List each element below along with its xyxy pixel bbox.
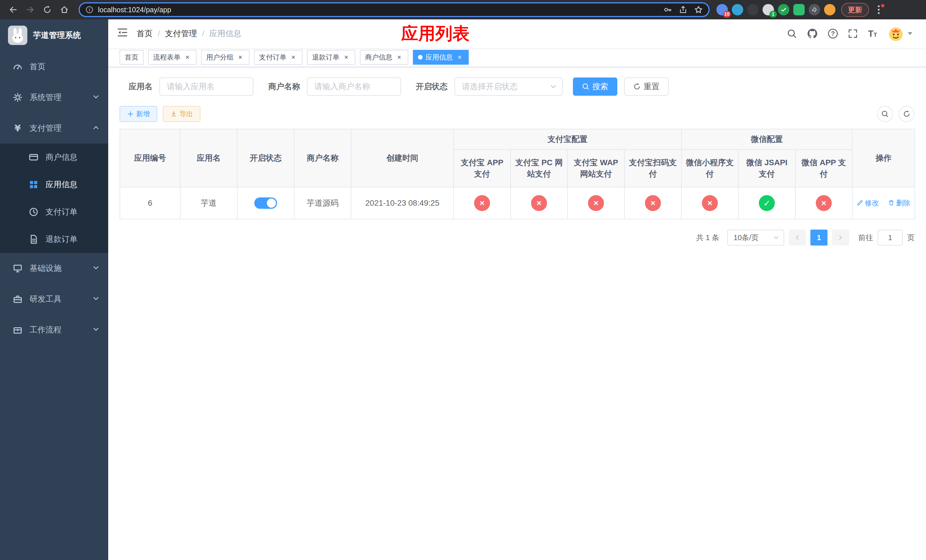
- share-icon[interactable]: [679, 5, 687, 14]
- extension-icon[interactable]: [793, 4, 805, 15]
- tab-user-group[interactable]: 用户分组 ×: [201, 50, 250, 65]
- app-table: 应用编号 应用名 开启状态 商户名称 创建时间 支付宝配置 微信配置 操作 支付…: [120, 129, 915, 219]
- fullscreen-icon[interactable]: [848, 29, 858, 38]
- browser-forward-button[interactable]: [23, 2, 38, 17]
- close-icon[interactable]: ×: [455, 53, 464, 61]
- help-icon[interactable]: ?: [828, 29, 838, 38]
- refresh-table-button[interactable]: [899, 106, 915, 122]
- reset-button[interactable]: 重置: [624, 77, 669, 96]
- home-icon: [60, 5, 69, 14]
- sidebar: 芋道管理系统 首页 系统管理 ¥ 支付管理: [0, 20, 108, 560]
- sidebar-item-system[interactable]: 系统管理: [0, 82, 108, 113]
- status-select[interactable]: 请选择开启状态: [454, 77, 563, 96]
- table-tools: [877, 106, 915, 122]
- extension-icon[interactable]: [747, 4, 758, 15]
- sidebar-logo[interactable]: 芋道管理系统: [0, 20, 108, 51]
- extension-icon[interactable]: [732, 4, 743, 15]
- breadcrumb: 首页 / 支付管理 / 应用信息: [137, 28, 242, 39]
- cell-wechat-lite: ×: [681, 187, 738, 219]
- search-icon[interactable]: [787, 29, 797, 38]
- browser-update-button[interactable]: 更新: [841, 3, 869, 17]
- tab-home[interactable]: 首页: [120, 50, 144, 65]
- extension-icon[interactable]: [824, 4, 835, 15]
- search-button-label: 搜索: [592, 81, 608, 92]
- app-name-input[interactable]: [159, 77, 253, 96]
- address-bar[interactable]: localhost:1024/pay/app: [79, 2, 710, 17]
- sidebar-item-label: 基础设施: [30, 263, 62, 274]
- extension-icon[interactable]: 1: [763, 4, 774, 15]
- question-glyph: ?: [831, 30, 835, 37]
- tab-app-info[interactable]: 应用信息 ×: [413, 50, 469, 65]
- sidebar-item-refund-orders[interactable]: 退款订单: [0, 226, 108, 253]
- add-button-label: 新增: [136, 109, 150, 118]
- goto-prefix: 前往: [858, 233, 873, 243]
- sidebar-item-app-info[interactable]: 应用信息: [0, 171, 108, 198]
- url-text[interactable]: localhost:1024/pay/app: [98, 6, 663, 14]
- close-icon[interactable]: ×: [395, 53, 403, 61]
- browser-reload-button[interactable]: [40, 2, 54, 17]
- sidebar-item-dev-tools[interactable]: 研发工具: [0, 284, 108, 315]
- main-area: 首页 / 支付管理 / 应用信息 应用列表 ? TT: [108, 20, 926, 560]
- sidebar-item-label: 首页: [30, 61, 45, 72]
- table-row: 6 芋道 芋道源码 2021-10-23 08:49:25 × × ×: [120, 187, 915, 219]
- pagination: 共 1 条 10条/页 1 前往 页: [120, 230, 915, 245]
- add-button[interactable]: 新增: [120, 106, 157, 122]
- cell-alipay-wap: ×: [567, 187, 625, 219]
- user-menu[interactable]: [887, 25, 912, 42]
- tab-payment-orders[interactable]: 支付订单 ×: [254, 50, 303, 65]
- bookmark-star-icon[interactable]: [694, 5, 703, 14]
- status-toggle[interactable]: [254, 197, 277, 209]
- browser-back-button[interactable]: [6, 2, 21, 17]
- tab-label: 流程表单: [153, 53, 180, 62]
- extension-icon[interactable]: [809, 4, 820, 15]
- sidebar-item-workflow[interactable]: 工作流程: [0, 315, 108, 345]
- delete-button[interactable]: 删除: [888, 198, 910, 207]
- extension-icon[interactable]: 10: [716, 4, 728, 15]
- font-size-icon[interactable]: TT: [868, 30, 877, 38]
- close-icon[interactable]: ×: [342, 53, 350, 61]
- tab-merchant-info[interactable]: 商户信息 ×: [360, 50, 409, 65]
- browser-home-button[interactable]: [57, 2, 72, 17]
- tab-refund-orders[interactable]: 退款订单 ×: [307, 50, 356, 65]
- monitor-icon: [12, 263, 23, 273]
- breadcrumb-payment[interactable]: 支付管理: [165, 28, 197, 39]
- merchant-name-input[interactable]: [307, 77, 401, 96]
- tab-process-form[interactable]: 流程表单 ×: [148, 50, 197, 65]
- sidebar-item-label: 应用信息: [45, 179, 77, 190]
- sidebar-item-payment-orders[interactable]: 支付订单: [0, 198, 108, 226]
- sidebar-item-infrastructure[interactable]: 基础设施: [0, 253, 108, 284]
- edit-label: 修改: [865, 198, 879, 207]
- browser-toolbar: localhost:1024/pay/app 10 1: [0, 0, 926, 20]
- page-size-select[interactable]: 10条/页: [727, 230, 784, 245]
- password-key-icon[interactable]: [663, 5, 672, 14]
- page-number-button[interactable]: 1: [810, 230, 828, 245]
- extension-icon[interactable]: [778, 4, 789, 15]
- disabled-cross-icon: ×: [531, 195, 547, 211]
- disabled-cross-icon: ×: [702, 195, 718, 211]
- breadcrumb-home[interactable]: 首页: [137, 28, 153, 39]
- screen: localhost:1024/pay/app 10 1: [0, 0, 926, 560]
- export-button[interactable]: 导出: [163, 106, 200, 122]
- sidebar-item-home[interactable]: 首页: [0, 51, 108, 82]
- close-icon[interactable]: ×: [236, 53, 244, 61]
- toolbox-icon: [12, 294, 23, 304]
- cell-wechat-jsapi: ✓: [738, 187, 795, 219]
- search-button[interactable]: 搜索: [573, 77, 617, 96]
- close-icon[interactable]: ×: [183, 53, 191, 61]
- toggle-search-button[interactable]: [877, 106, 893, 122]
- sidebar-item-payment[interactable]: ¥ 支付管理: [0, 113, 108, 144]
- breadcrumb-separator: /: [202, 29, 204, 38]
- download-icon: [170, 110, 177, 117]
- next-page-button[interactable]: [832, 230, 849, 245]
- gear-icon: [12, 92, 23, 102]
- browser-menu-icon[interactable]: [873, 2, 885, 17]
- edit-button[interactable]: 修改: [857, 198, 879, 207]
- close-icon[interactable]: ×: [289, 53, 297, 61]
- sidebar-item-merchant-info[interactable]: 商户信息: [0, 144, 108, 171]
- navbar-tools: ? TT: [787, 25, 912, 42]
- github-icon[interactable]: [807, 28, 818, 39]
- sidebar-collapse-icon[interactable]: [117, 28, 127, 39]
- prev-page-button[interactable]: [789, 230, 806, 245]
- goto-page-input[interactable]: [878, 230, 903, 245]
- site-info-icon[interactable]: [85, 6, 94, 14]
